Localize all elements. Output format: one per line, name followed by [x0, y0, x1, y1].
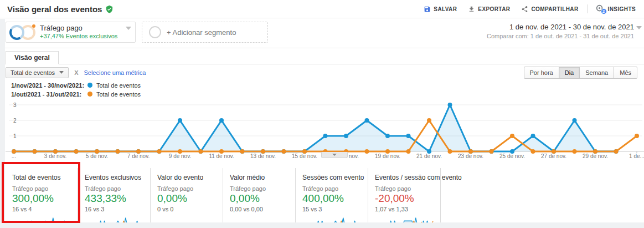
- legend-row-current: 1/nov/2021 - 30/nov/2021: Total de event…: [11, 81, 644, 89]
- scorecard-title: Sessões com evento: [302, 174, 362, 181]
- svg-text:2: 2: [13, 118, 17, 124]
- segment-name: Tráfego pago: [40, 24, 117, 33]
- metric-dropdown[interactable]: Total de eventos: [6, 67, 69, 78]
- svg-text:15 de nov.: 15 de nov.: [292, 153, 317, 159]
- scorecard-comparison: 1,07 vs 1,33: [375, 206, 435, 212]
- granularity-mes[interactable]: Mês: [614, 67, 637, 79]
- svg-text:29 de nov.: 29 de nov.: [583, 153, 608, 159]
- scorecard-total-de-eventos[interactable]: Total de eventos Tráfego pago 300,00% 16…: [6, 168, 78, 228]
- granularity-semana[interactable]: Semana: [579, 67, 614, 79]
- share-button[interactable]: COMPARTILHAR: [516, 3, 583, 15]
- granularity-group: Por hora Dia Semana Mês: [524, 67, 637, 79]
- segment-band: Tráfego pago +37,47% Eventos exclusivos …: [0, 18, 644, 48]
- legend-dot-blue: [87, 83, 92, 88]
- date-range-primary: 1 de nov. de 2021 - 30 de nov. de 2021: [487, 22, 634, 32]
- scorecard-value: -20,00%: [375, 192, 435, 205]
- chevron-down-icon: [59, 71, 64, 74]
- svg-text:7 de nov.: 7 de nov.: [127, 153, 150, 159]
- date-range-selector[interactable]: 1 de nov. de 2021 - 30 de nov. de 2021 C…: [487, 22, 634, 41]
- legend-range-label: 1/nov/2021 - 30/nov/2021:: [11, 82, 87, 89]
- legend-dot-orange: [87, 92, 92, 97]
- scorecard-value: 0,00%: [157, 192, 217, 205]
- export-button[interactable]: EXPORTAR: [463, 3, 515, 15]
- scorecard-value: 300,00%: [12, 192, 72, 205]
- add-segment-label: + Adicionar segmento: [167, 28, 236, 37]
- segment-donut-icon: [9, 25, 35, 40]
- timeline-chart[interactable]: 123...3 de nov.5 de nov.7 de nov.9 de no…: [6, 99, 644, 168]
- scorecard-title: Total de eventos: [12, 174, 72, 181]
- svg-text:1: 1: [13, 133, 17, 139]
- export-label: EXPORTAR: [478, 6, 510, 12]
- scorecard-eventos-por-sessao[interactable]: Eventos / sessão com evento Tráfego pago…: [368, 168, 441, 228]
- page-bottom-gutter: [0, 222, 644, 228]
- date-chevron-down-icon: [636, 26, 642, 29]
- scorecard-valor-medio[interactable]: Valor médio Tráfego pago 0,00% 0,00 vs 0…: [223, 168, 296, 228]
- svg-text:9 de nov.: 9 de nov.: [169, 153, 191, 159]
- svg-text:1 de...: 1 de...: [629, 153, 644, 159]
- insights-label: INSIGHTS: [608, 6, 636, 12]
- svg-text:5 de nov.: 5 de nov.: [86, 153, 108, 159]
- download-icon: [468, 6, 475, 13]
- chart-collapse-handle[interactable]: [321, 152, 348, 158]
- svg-text:27 de nov.: 27 de nov.: [541, 153, 566, 159]
- svg-text:3 de nov.: 3 de nov.: [44, 153, 66, 159]
- svg-text:...: ...: [12, 153, 16, 159]
- chart-controls: Total de eventos X Selecione uma métrica…: [0, 64, 644, 80]
- scorecard-title: Eventos exclusivos: [85, 174, 145, 181]
- save-icon: [424, 6, 431, 13]
- insights-icon: 2: [596, 4, 605, 13]
- scorecard-title: Eventos / sessão com evento: [375, 174, 435, 181]
- svg-text:23 de nov.: 23 de nov.: [458, 153, 483, 159]
- tab-bar: Visão geral: [0, 48, 644, 64]
- svg-text:13 de nov.: 13 de nov.: [250, 153, 276, 159]
- scorecard-segment: Tráfego pago: [302, 185, 362, 192]
- granularity-dia[interactable]: Dia: [559, 67, 580, 79]
- save-button[interactable]: SALVAR: [419, 3, 462, 15]
- share-label: COMPARTILHAR: [531, 6, 578, 12]
- scorecard-sessoes-com-evento[interactable]: Sessões com evento Tráfego pago 400,00% …: [296, 168, 368, 228]
- scorecard-comparison: 0,00 vs 0,00: [230, 206, 290, 212]
- report-header: Visão geral dos eventos SALVAR EXPORTAR …: [0, 0, 644, 18]
- scorecard-valor-do-evento[interactable]: Valor do evento Tráfego pago 0,00% 0 vs …: [151, 168, 223, 228]
- scorecard-comparison: 16 vs 4: [12, 206, 72, 212]
- scorecard-comparison: 0 vs 0: [157, 206, 217, 212]
- legend-row-compare: 1/out/2021 - 31/out/2021: Total de event…: [11, 90, 644, 98]
- chevron-down-icon: [126, 27, 131, 30]
- add-segment-circle-icon: [149, 26, 161, 38]
- segment-delta: +37,47% Eventos exclusivos: [40, 33, 117, 40]
- scorecard-segment: Tráfego pago: [230, 185, 290, 192]
- svg-text:19 de nov.: 19 de nov.: [375, 153, 400, 159]
- scorecards-row: Total de eventos Tráfego pago 300,00% 16…: [6, 168, 644, 228]
- select-metric-link[interactable]: Selecione uma métrica: [84, 69, 146, 76]
- svg-text:3: 3: [13, 102, 17, 108]
- scorecard-value: 0,00%: [230, 192, 290, 205]
- tab-visao-geral[interactable]: Visão geral: [6, 51, 59, 64]
- date-range-compare: Comparar com: 1 de out. de 2021 - 31 de …: [487, 32, 634, 40]
- verified-shield-icon: [105, 5, 114, 13]
- share-icon: [521, 6, 528, 13]
- scorecard-segment: Tráfego pago: [12, 185, 72, 192]
- scorecard-segment: Tráfego pago: [85, 185, 145, 192]
- scorecard-title: Valor médio: [230, 174, 290, 181]
- chevron-down-icon: [332, 154, 337, 156]
- metric-dropdown-label: Total de eventos: [11, 69, 55, 76]
- scorecard-segment: Tráfego pago: [157, 185, 217, 192]
- svg-text:11 de nov.: 11 de nov.: [209, 153, 234, 159]
- legend-metric-label: Total de eventos: [96, 91, 141, 98]
- scorecard-value: 400,00%: [302, 192, 362, 205]
- legend-range-label: 1/out/2021 - 31/out/2021:: [11, 91, 87, 98]
- svg-text:25 de nov.: 25 de nov.: [499, 153, 525, 159]
- page-title: Visão geral dos eventos: [7, 4, 102, 14]
- insights-badge: 2: [601, 8, 607, 14]
- scorecard-segment: Tráfego pago: [375, 185, 435, 192]
- page-left-gutter: [0, 19, 5, 228]
- vs-separator: X: [74, 69, 78, 76]
- svg-text:21 de nov.: 21 de nov.: [416, 153, 442, 159]
- scorecard-value: 433,33%: [85, 192, 145, 205]
- scorecard-eventos-exclusivos[interactable]: Eventos exclusivos Tráfego pago 433,33% …: [78, 168, 151, 228]
- scorecard-title: Valor do evento: [157, 174, 217, 181]
- granularity-por-hora[interactable]: Por hora: [524, 67, 559, 79]
- add-segment-button[interactable]: + Adicionar segmento: [142, 22, 268, 43]
- segment-chip-trafego-pago[interactable]: Tráfego pago +37,47% Eventos exclusivos: [6, 22, 136, 43]
- insights-button[interactable]: 2 INSIGHTS: [591, 2, 641, 16]
